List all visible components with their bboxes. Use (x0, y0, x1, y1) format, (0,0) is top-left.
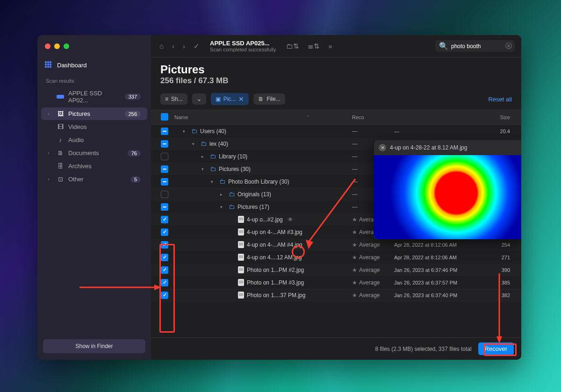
star-icon: ★ (352, 254, 357, 261)
grid-icon (45, 61, 52, 69)
row-checkbox[interactable] (157, 140, 173, 148)
column-name[interactable]: Name ⌃ (173, 114, 352, 121)
search-input[interactable] (451, 43, 503, 50)
sidebar-item-pictures[interactable]: › 🖼 Pictures 256 (41, 107, 147, 120)
row-checkbox[interactable] (157, 178, 173, 185)
videos-icon: 🎞 (56, 124, 65, 130)
row-checkbox[interactable] (157, 266, 173, 274)
star-icon: ★ (352, 279, 357, 286)
annotation-arrow-left (79, 283, 164, 292)
file-row[interactable]: Photo on 1...PM #2.jpg ★ Average Jan 26,… (151, 264, 521, 276)
file-row[interactable]: Photo on 1....37 PM.jpg ★ Average Jan 26… (151, 289, 521, 301)
clear-search-icon[interactable]: ⓧ (505, 42, 512, 50)
preview-popup: ✕ 4-up on 4-28-22 at 8.12 AM.jpg (374, 140, 521, 239)
file-icon (238, 228, 244, 235)
pictures-filter-chip[interactable]: ▣Pic...✕ (211, 93, 249, 105)
image-icon: ▣ (216, 96, 221, 102)
content-header: Pictures 256 files / 67.3 MB (151, 57, 521, 88)
show-in-finder-button[interactable]: Show in Finder (43, 339, 145, 353)
folder-icon: 🗀 (201, 140, 207, 147)
minimize-icon[interactable] (54, 43, 60, 49)
sidebar: Dashboard Scan results APPLE SSD AP02...… (37, 35, 151, 360)
forward-icon[interactable]: › (181, 40, 187, 52)
folder-icon: 🗀 (229, 191, 235, 198)
footer-bar: 8 files (2.3 MB) selected, 337 files tot… (151, 337, 521, 360)
sidebar-item-archives[interactable]: 🗄 Archives (41, 160, 147, 172)
preview-image (374, 155, 521, 239)
svg-marker-6 (496, 336, 502, 343)
table-header: Name ⌃ Reco Size (151, 110, 521, 125)
sort-icon: ⌃ (306, 114, 310, 120)
header-checkbox[interactable] (157, 113, 173, 121)
reset-filters-button[interactable]: Reset all (488, 96, 512, 103)
row-checkbox[interactable] (157, 165, 173, 173)
svg-rect-0 (57, 95, 64, 99)
row-checkbox[interactable] (157, 241, 173, 249)
chevron-down-icon: ⌄ (197, 96, 201, 102)
filter-dropdown-chip[interactable]: ⌄ (192, 93, 206, 105)
file-row[interactable]: Photo on 1...PM #3.jpg ★ Average Jan 26,… (151, 276, 521, 289)
pictures-icon: 🖼 (56, 111, 65, 117)
recover-button[interactable]: Recover (478, 342, 514, 355)
drive-icon (56, 93, 65, 100)
row-checkbox[interactable] (157, 292, 173, 299)
row-checkbox[interactable] (157, 203, 173, 211)
sidebar-item-documents[interactable]: › 🗎 Documents 76 (41, 147, 147, 159)
app-window: Dashboard Scan results APPLE SSD AP02...… (37, 35, 521, 360)
row-checkbox[interactable] (157, 191, 173, 198)
close-preview-icon[interactable]: ✕ (379, 144, 386, 151)
column-size[interactable]: Size (492, 114, 516, 120)
folder-icon: 🗀 (210, 153, 216, 160)
file-icon (238, 292, 244, 299)
annotation-arrow-down (495, 273, 504, 343)
page-title: Pictures (160, 63, 512, 76)
other-icon: ⊡ (56, 176, 65, 183)
home-icon[interactable]: ⌂ (158, 40, 165, 52)
remove-filter-icon[interactable]: ✕ (238, 95, 244, 103)
dashboard-label: Dashboard (57, 62, 87, 69)
filter-bar: ≡Sh... ⌄ ▣Pic...✕ 🗎File... Reset all (151, 88, 521, 110)
status-check-icon: ✓ (192, 40, 201, 52)
row-checkbox[interactable] (157, 153, 173, 160)
folder-icon: 🗀 (219, 178, 225, 185)
sidebar-disk[interactable]: APPLE SSD AP02... 337 (41, 87, 147, 107)
svg-marker-2 (154, 285, 161, 290)
file-icon (238, 254, 244, 261)
row-checkbox[interactable] (157, 216, 173, 223)
row-checkbox[interactable] (157, 254, 173, 261)
sidebar-section-label: Scan results (37, 73, 151, 86)
row-checkbox[interactable] (157, 128, 173, 135)
file-icon: 🗎 (258, 96, 264, 102)
more-icon[interactable]: » (326, 40, 334, 52)
selection-status: 8 files (2.3 MB) selected, 337 files tot… (375, 346, 471, 352)
folder-icon: 🗀 (229, 203, 235, 210)
folder-row[interactable]: ▾🗀Users (40) — — 20.4 (151, 125, 521, 137)
folder-icon: 🗀 (210, 165, 216, 172)
search-icon: 🔍 (439, 42, 448, 50)
star-icon: ★ (352, 267, 357, 273)
column-recovery[interactable]: Reco (352, 114, 394, 120)
show-filter-chip[interactable]: ≡Sh... (160, 93, 187, 105)
folder-updown-icon[interactable]: 🗀⇅ (284, 40, 301, 52)
file-row[interactable]: 4-up on 4....12 AM.jpg ★ Average Apr 28,… (151, 251, 521, 264)
toolbar-title: APPLE SSD AP025... Scan completed succes… (210, 40, 276, 52)
preview-eye-icon[interactable]: 👁 (288, 216, 293, 223)
back-icon[interactable]: ‹ (170, 40, 176, 52)
dashboard-button[interactable]: Dashboard (45, 61, 144, 69)
file-filter-chip[interactable]: 🗎File... (253, 93, 285, 105)
sidebar-item-audio[interactable]: ♪ Audio (41, 134, 147, 146)
file-icon (238, 216, 244, 223)
sidebar-item-other[interactable]: › ⊡ Other 5 (41, 173, 147, 185)
row-checkbox[interactable] (157, 228, 173, 236)
folder-icon: 🗀 (191, 128, 197, 135)
file-icon (238, 241, 244, 248)
annotation-arrow-diag (304, 177, 360, 251)
maximize-icon[interactable] (64, 43, 69, 49)
window-controls (37, 40, 151, 53)
sidebar-item-videos[interactable]: 🎞 Videos (41, 121, 147, 133)
star-icon: ★ (352, 292, 357, 299)
close-icon[interactable] (45, 43, 50, 49)
search-field[interactable]: 🔍 ⓧ (435, 40, 515, 52)
preview-title: 4-up on 4-28-22 at 8.12 AM.jpg (390, 144, 467, 151)
list-view-icon[interactable]: ≣⇅ (306, 40, 322, 52)
